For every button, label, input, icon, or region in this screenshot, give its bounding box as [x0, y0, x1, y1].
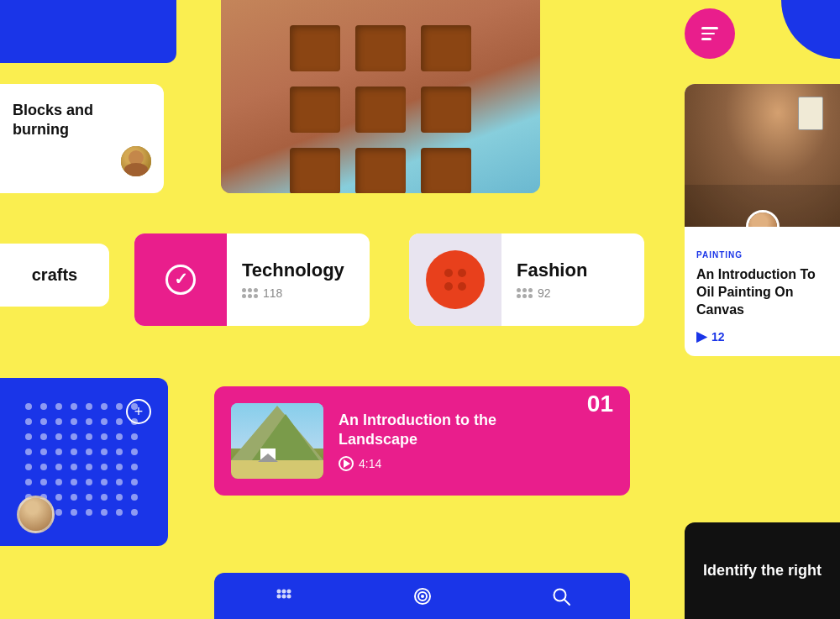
- play-icon: [339, 456, 354, 471]
- avatar-bottom: [17, 496, 55, 533]
- blue-arc-decoration: [781, 0, 840, 59]
- technology-card-title: Technology: [242, 260, 344, 281]
- svg-point-4: [281, 594, 286, 598]
- duration-value: 4:14: [359, 457, 381, 470]
- blocks-card-title: Blocks and burning: [13, 101, 151, 140]
- painting-info: PAINTING An Introduction To Oil Painting…: [685, 227, 840, 356]
- avatar: [121, 146, 151, 176]
- fashion-card-title: Fashion: [517, 260, 587, 281]
- svg-point-2: [286, 589, 291, 593]
- technology-card[interactable]: ✓ Technology 118: [134, 233, 370, 326]
- fashion-card-image: [409, 233, 501, 326]
- building-image: [221, 0, 540, 193]
- technology-card-image: ✓: [134, 233, 227, 326]
- dark-card[interactable]: Identify the right: [685, 522, 840, 619]
- landscape-title: An Introduction to the Landscape: [339, 411, 572, 450]
- play-triangle: [344, 459, 350, 468]
- bottom-navigation-bar: [214, 573, 630, 619]
- technology-card-count: 118: [242, 286, 344, 300]
- svg-point-1: [281, 589, 286, 593]
- landscape-info: An Introduction to the Landscape 4:14: [339, 411, 572, 472]
- fashion-card-count: 92: [517, 286, 587, 300]
- plus-icon[interactable]: +: [126, 399, 151, 424]
- grid-nav-icon[interactable]: [274, 586, 294, 606]
- landscape-duration: 4:14: [339, 456, 572, 471]
- menu-button[interactable]: [685, 8, 735, 59]
- check-icon: ✓: [165, 265, 196, 295]
- painting-count-value: 12: [711, 330, 725, 344]
- technology-card-info: Technology 118: [227, 260, 360, 300]
- svg-point-5: [286, 594, 291, 598]
- video-icon: ▶: [696, 328, 706, 344]
- svg-point-8: [421, 595, 424, 598]
- landscape-lesson-card[interactable]: An Introduction to the Landscape 4:14 01: [214, 386, 630, 496]
- painting-video-count: ▶ 12: [696, 328, 828, 344]
- blocks-card[interactable]: Blocks and burning: [0, 84, 164, 193]
- grid-dots-icon-fashion: [517, 288, 533, 298]
- fashion-count-value: 92: [538, 286, 551, 300]
- menu-icon: [701, 27, 718, 40]
- painting-title: An Introduction To Oil Painting On Canva…: [696, 266, 828, 318]
- blue-dotted-block: +: [0, 378, 168, 546]
- crafts-label: crafts: [32, 265, 77, 285]
- landscape-number: 01: [587, 391, 613, 417]
- button-holes: [444, 269, 466, 291]
- check-mark: ✓: [174, 269, 188, 289]
- search-nav-icon[interactable]: [551, 586, 571, 606]
- crafts-card[interactable]: crafts: [0, 244, 109, 307]
- blue-block-topleft: [0, 0, 176, 63]
- svg-line-10: [564, 600, 570, 605]
- svg-point-0: [276, 589, 281, 593]
- target-nav-icon[interactable]: [412, 586, 433, 606]
- fashion-card-info: Fashion 92: [501, 260, 602, 300]
- button-decoration: [426, 250, 485, 309]
- painting-category-label: PAINTING: [696, 250, 828, 260]
- painting-card[interactable]: PAINTING An Introduction To Oil Painting…: [685, 84, 840, 356]
- landscape-thumbnail: [231, 403, 323, 479]
- painting-image: [685, 84, 840, 227]
- dark-card-text: Identify the right: [703, 560, 822, 581]
- technology-count-value: 118: [263, 286, 282, 300]
- svg-point-3: [276, 594, 281, 598]
- fashion-card[interactable]: Fashion 92: [409, 233, 644, 326]
- grid-dots-icon: [242, 288, 258, 298]
